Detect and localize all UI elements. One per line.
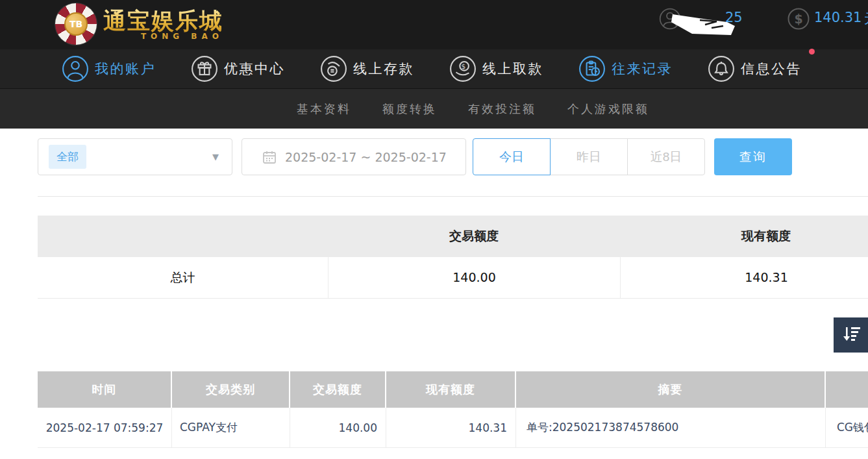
account-subnav: 基本资料 额度转换 有效投注额 个人游戏限额 [0,89,868,129]
col-header-amount: 交易额度 [290,371,386,408]
cell-amount: 140.00 [290,408,386,447]
summary-total-label: 总计 [38,269,328,286]
sort-descending-button[interactable] [834,317,868,353]
today-button[interactable]: 今日 [473,138,551,175]
nav-label: 往来记录 [612,60,673,78]
chip-label: TB [64,12,88,36]
sort-descending-icon [841,327,861,343]
table-row: 2025-02-17 07:59:27 CGPAY支付 140.00 140.3… [38,408,868,448]
last-8-days-button[interactable]: 近8日 [627,138,705,175]
nav-label: 信息公告 [741,60,802,78]
nav-item-promotions[interactable]: 优惠中心 [191,55,285,82]
subnav-credit-transfer[interactable]: 额度转换 [382,101,437,117]
balance-currency-partial: 元 [864,10,868,28]
date-range-value: 2025-02-17 ~ 2025-02-17 [285,150,447,164]
nav-item-records[interactable]: 往来记录 [578,55,673,82]
summary-header-transaction: 交易额度 [328,228,620,245]
cell-time: 2025-02-17 07:59:27 [38,408,172,447]
deposit-icon [320,55,347,82]
svg-text:$: $ [461,62,467,70]
records-table-header: 时间 交易类别 交易额度 现有额度 摘要 备注 [38,371,868,408]
col-header-time: 时间 [38,371,172,408]
summary-total-balance: 140.31 [620,257,868,298]
balance-dollar-icon[interactable]: $ [787,7,810,31]
yesterday-button[interactable]: 昨日 [550,138,628,175]
nav-label: 优惠中心 [224,60,285,78]
chevron-down-icon: ▼ [212,152,219,162]
username-redaction-scribble [667,6,740,38]
nav-item-withdraw[interactable]: $ 线上取款 [449,55,543,82]
cell-summary: 单号:202502173874578600 [516,408,826,447]
poker-chip-logo-icon: TB [55,3,97,45]
subnav-basic-info[interactable]: 基本资料 [297,101,351,117]
withdraw-icon: $ [449,55,477,82]
cell-type: CGPAY支付 [172,408,290,447]
subnav-game-limits[interactable]: 个人游戏限额 [567,101,649,117]
gift-icon [191,55,218,82]
svg-text:$: $ [794,12,802,26]
selected-type-tag[interactable]: 全部 [49,145,86,169]
transaction-type-select[interactable]: 全部 ▼ [38,138,232,175]
quick-range-button-group: 今日 昨日 近8日 [473,138,705,175]
col-header-type: 交易类别 [172,371,290,408]
nav-label: 线上取款 [482,60,543,78]
cell-remark: CG钱包 [826,408,868,447]
records-table: 时间 交易类别 交易额度 现有额度 摘要 备注 2025-02-17 07:59… [38,371,868,448]
calendar-icon [262,150,277,164]
notification-dot [809,49,815,55]
subnav-valid-bets[interactable]: 有效投注额 [468,101,536,117]
summary-total-transaction: 140.00 [328,257,620,298]
top-header: TB 通宝娱乐城 TONG BAO 25 $ 140.31 元 [0,0,868,49]
site-logo[interactable]: TB 通宝娱乐城 TONG BAO [55,3,223,45]
nav-label: 线上存款 [353,60,414,78]
col-header-summary: 摘要 [516,371,826,408]
logo-text: 通宝娱乐城 TONG BAO [103,8,223,41]
summary-header-balance: 现有额度 [620,228,868,245]
summary-total-row: 总计 140.00 140.31 [38,257,868,299]
query-button[interactable]: 查询 [714,138,792,175]
date-range-input[interactable]: 2025-02-17 ~ 2025-02-17 [242,138,466,175]
col-header-balance: 现有额度 [386,371,516,408]
summary-table: 交易额度 现有额度 总计 140.00 140.31 [38,216,868,299]
site-title: 通宝娱乐城 [103,8,223,34]
account-user-icon [62,55,89,82]
main-nav: 我的账户 优惠中心 线上存款 $ 线上取款 往来记录 [0,49,868,89]
nav-item-my-account[interactable]: 我的账户 [62,55,156,82]
records-clipboard-icon [578,55,606,82]
cell-balance: 140.31 [386,408,516,447]
section-divider [38,196,868,197]
summary-table-header: 交易额度 现有额度 [38,216,868,257]
bell-icon [708,55,735,82]
nav-item-announcements[interactable]: 信息公告 [708,55,802,82]
col-header-remark: 备注 [826,371,868,408]
nav-item-deposit[interactable]: 线上存款 [320,55,414,82]
nav-label: 我的账户 [95,60,156,78]
balance-amount[interactable]: 140.31 [814,10,862,25]
